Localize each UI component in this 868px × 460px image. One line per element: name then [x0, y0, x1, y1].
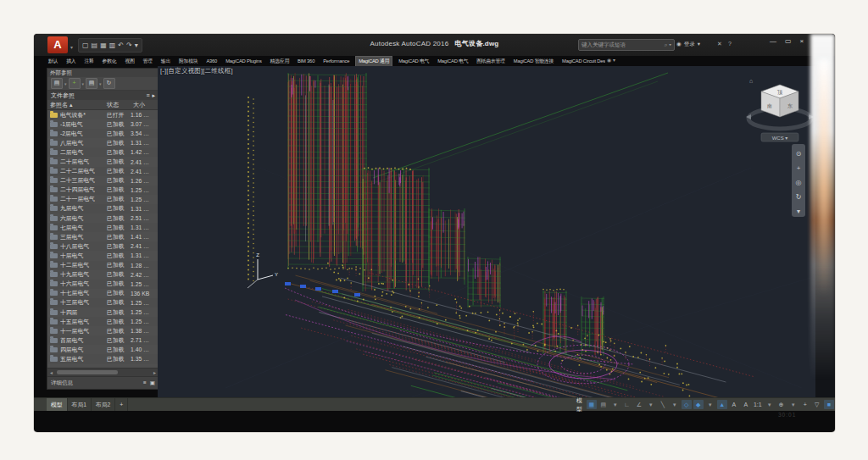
list-view-icon[interactable]: ≡ [146, 92, 149, 98]
xref-row[interactable]: 二十层电气 已加载 2.41 … [47, 157, 159, 166]
xref-row[interactable]: 二十四层电气 已加载 1.25 … [47, 186, 159, 195]
annotation-scale-value[interactable]: 1:1 [753, 400, 763, 409]
xref-row[interactable]: 十层电气 已加载 1.31 … [47, 251, 159, 260]
toolbar-caret-icon[interactable]: ▾ [64, 81, 67, 86]
model-paper-toggle[interactable]: 模型 [576, 396, 582, 413]
preview-toggle-icon[interactable]: ▣ [150, 380, 155, 385]
snap-mode-toggle[interactable]: ▤ [598, 400, 609, 409]
workspace-icon[interactable]: ⊕ [776, 400, 787, 409]
sign-in-button[interactable]: ◉ 登录 ▾ [676, 39, 700, 49]
scrollbar-thumb[interactable] [57, 370, 118, 374]
column-status[interactable]: 状态 [107, 100, 133, 109]
xref-row[interactable]: 七层电气 已加载 1.31 … [47, 223, 159, 232]
search-icon[interactable]: ⌕ ▾ [665, 40, 671, 50]
add-cleanup-icon[interactable]: + [800, 400, 810, 409]
grid-display-toggle[interactable]: ▦ [587, 400, 597, 409]
xref-row[interactable]: 六层电气 已加载 2.51 … [47, 213, 159, 223]
ribbon-tab-2[interactable]: 注释 [81, 56, 96, 67]
model-space-viewport[interactable]: ZY顶南东⌂WCS ▾⊙+◎↻▾ [-][自定义视图][二维线框] [158, 66, 815, 397]
dwg-file-icon [50, 197, 58, 202]
xref-size: 1.31 … [131, 140, 156, 146]
xref-row[interactable]: 十五层电气 已加载 1.25 … [47, 317, 159, 326]
details-bar[interactable]: 详细信息 ≡▣ [47, 376, 159, 389]
isodraft-toggle[interactable]: ╲ [658, 400, 668, 409]
xref-row[interactable]: 十四层 已加载 1.25 … [47, 308, 159, 317]
layout-tab-+[interactable]: + [115, 398, 128, 411]
annotation-visibility-toggle[interactable]: A [729, 400, 739, 409]
xref-row[interactable]: 电气设备* 已打开 1.16 … [47, 110, 159, 119]
navigation-bar[interactable]: ⊙+◎↻▾ [792, 144, 805, 217]
osnap-toggle[interactable]: ◇ [682, 400, 692, 409]
details-toggle-icon[interactable]: ≡ [143, 380, 147, 385]
xref-row[interactable]: 四层电气 已加载 1.40 … [47, 345, 159, 354]
layout-tab-布局2[interactable]: 布局2 [92, 398, 115, 411]
xref-row[interactable]: 五层电气 已加载 1.35 … [47, 354, 159, 363]
ortho-toggle[interactable]: ∟ [622, 400, 632, 409]
xref-row[interactable]: 十三层电气 已加载 1.25 … [47, 298, 159, 308]
ribbon-minimize-icon[interactable]: ◉ ▾ [607, 57, 615, 63]
polar-tracking-toggle[interactable]: ∠ [634, 400, 644, 409]
exchange-apps-icon[interactable]: ✕ [717, 39, 722, 49]
column-size[interactable]: 大小 [133, 100, 159, 109]
xref-row[interactable]: 首层电气 已加载 2.71 … [47, 335, 159, 345]
toolbar-caret-icon[interactable]: ▾ [82, 81, 85, 86]
xref-row[interactable]: 十六层电气 已加载 1.25 … [47, 280, 159, 289]
minimize-button[interactable]: — [770, 37, 776, 45]
isodraft-dropdown-icon[interactable]: ▾ [670, 400, 680, 409]
xref-status: 已加载 [107, 233, 131, 241]
osnap-dropdown-icon[interactable]: ▾ [705, 400, 715, 409]
maximize-button[interactable]: ▭ [785, 37, 792, 45]
quick-properties-toggle[interactable]: ■ [824, 400, 834, 409]
xref-row[interactable]: -2层电气 已加载 3.54 … [47, 129, 159, 138]
xref-row[interactable]: 八层电气 已加载 1.31 … [47, 138, 159, 147]
workspace-dropdown-icon[interactable]: ▾ [788, 400, 798, 409]
xref-status: 已加载 [107, 252, 131, 260]
osnap-3d-toggle[interactable]: ◆ [693, 400, 704, 409]
canvas-right-strip [815, 56, 835, 409]
scroll-left-icon[interactable]: ◂ [47, 369, 55, 375]
ribbon-tab-0[interactable]: 默认 [46, 56, 60, 67]
snap-dropdown-icon[interactable]: ▾ [610, 400, 620, 409]
layout-tab-布局1[interactable]: 布局1 [68, 398, 92, 411]
polar-dropdown-icon[interactable]: ▾ [646, 400, 656, 409]
annotation-autoscale-toggle[interactable]: A [741, 400, 751, 409]
ribbon-tab-5[interactable]: 管理 [141, 56, 155, 67]
xref-row[interactable]: 十一层电气 已加载 1.38 … [47, 326, 159, 335]
annotation-monitor-icon[interactable]: ▽ [812, 400, 822, 409]
ribbon-tab-4[interactable]: 视图 [122, 56, 136, 67]
xref-row[interactable]: 三层电气 已加载 1.41 … [47, 232, 159, 241]
details-bar-icons[interactable]: ≡▣ [140, 380, 155, 386]
file-references-header-icons[interactable]: ≡▸ [143, 91, 155, 100]
search-input[interactable]: 键入关键字或短语 ⌕ ▾ [578, 39, 675, 51]
ucs-toggle[interactable]: ▲ [717, 400, 727, 409]
xref-row[interactable]: 二十一层电气 已加载 1.25 … [47, 195, 159, 204]
open-xref-icon[interactable]: ▤ [51, 78, 63, 89]
viewport-controls-label[interactable]: [-][自定义视图][二维线框] [160, 67, 233, 75]
layout-tab-模型[interactable]: 模型 [47, 398, 68, 411]
xref-row[interactable]: 十七层电气 已加载 136 KB [47, 289, 159, 298]
xref-size: 1.25 … [131, 300, 156, 306]
help-icon[interactable]: ? [728, 39, 732, 49]
attach-dwg-icon[interactable]: + [69, 78, 81, 89]
xref-horizontal-scrollbar[interactable]: ◂ ▸ [47, 368, 159, 376]
tree-view-icon[interactable]: ▸ [152, 92, 155, 98]
xref-row[interactable]: 十二层电气 已加载 1.28 … [47, 261, 159, 270]
refresh-icon[interactable]: ↻ [103, 78, 115, 89]
view-cube[interactable]: 顶南东⌂WCS ▾ [746, 78, 814, 141]
xref-row[interactable]: 十九层电气 已加载 2.42 … [47, 270, 159, 280]
xref-size: 136 KB [131, 291, 156, 297]
xref-row[interactable]: 二十二层电气 已加载 2.41 … [47, 167, 159, 176]
scale-dropdown-icon[interactable]: ▾ [765, 400, 775, 409]
xref-row[interactable]: 九层电气 已加载 1.31 … [47, 204, 159, 213]
ribbon-tab-3[interactable]: 参数化 [100, 56, 120, 67]
toolbar-caret-icon[interactable]: ▾ [99, 81, 102, 86]
svg-text:Z: Z [256, 252, 259, 258]
xref-row[interactable]: 二十三层电气 已加载 1.26 … [47, 176, 159, 186]
xref-row[interactable]: 十八层电气 已加载 2.41 … [47, 241, 159, 251]
ribbon-tab-1[interactable]: 插入 [64, 56, 78, 67]
xref-row[interactable]: 二层电气 已加载 1.42 … [47, 147, 159, 157]
column-name[interactable]: 参照名 ▴ [47, 100, 107, 109]
xref-row[interactable]: -1层电气 已加载 3.07 … [47, 119, 159, 129]
attach-image-icon[interactable]: ▤ [86, 78, 97, 89]
close-button[interactable]: × [800, 37, 804, 45]
